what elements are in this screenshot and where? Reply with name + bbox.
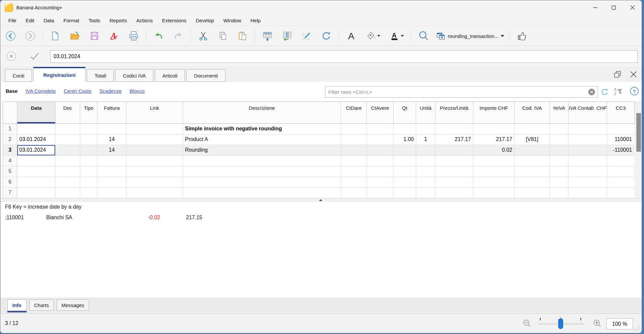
cell-iva_contab_chf[interactable] [568,177,607,188]
cell-doc[interactable] [56,156,80,166]
cell-perc_iva[interactable] [550,145,568,156]
cell-tipo[interactable] [80,188,97,198]
insert-columns-button[interactable] [280,29,294,43]
cell-ctavere[interactable] [367,124,394,134]
zoom-in-button[interactable] [593,319,602,330]
cell-prezzo_unita[interactable] [435,188,473,198]
menu-help[interactable]: Help [246,15,265,26]
refresh-filter-button[interactable] [600,87,609,98]
cell-iva_contab_chf[interactable] [568,145,607,156]
menu-format[interactable]: Format [59,15,84,26]
cell-cc3[interactable]: -110001 [607,145,634,156]
cell-iva_contab_chf[interactable] [568,166,607,177]
cell-cc3[interactable] [607,177,634,188]
cell-unita[interactable] [416,166,435,177]
cell-descrizione[interactable] [183,166,341,177]
cell-cod_iva[interactable] [515,188,550,198]
cell-cod_iva[interactable]: [V81] [515,134,550,145]
cell-prezzo_unita[interactable]: 217.17 [435,134,473,145]
menu-tools[interactable]: Tools [84,15,105,26]
insert-rows-button[interactable] [260,29,275,43]
column-header-ctavere[interactable]: CtAvere [367,102,394,123]
column-header-doc[interactable]: Doc [56,102,80,123]
cell-doc[interactable] [56,177,80,188]
cell-perc_iva[interactable] [550,166,568,177]
row-number[interactable]: 3 [3,145,17,156]
filter-rows-input[interactable] [325,86,585,97]
menu-edit[interactable]: Edit [21,15,39,26]
document-selector[interactable]: rounding_transaction... [436,29,504,43]
cell-qt[interactable] [394,124,416,134]
cell-qt[interactable] [394,166,416,177]
cell-importo_chf[interactable] [473,156,515,166]
cell-iva_contab_chf[interactable] [568,134,607,145]
cell-fattura[interactable] [97,166,126,177]
cell-fattura[interactable] [97,177,126,188]
column-header-data[interactable]: Data [17,102,56,123]
cell-doc[interactable] [56,124,80,134]
cell-unita[interactable] [416,124,435,134]
cell-importo_chf[interactable]: 217.17 [473,134,515,145]
new-file-button[interactable] [48,29,63,43]
cell-iva_contab_chf[interactable] [568,124,607,134]
cell-doc[interactable] [56,134,80,145]
cell-fattura[interactable]: 14 [97,145,126,156]
redo-button[interactable] [171,29,186,43]
cell-iva_contab_chf[interactable] [568,188,607,198]
panel-splitter[interactable] [1,198,642,202]
zoom-slider-thumb[interactable] [558,319,563,329]
cell-ctavere[interactable] [367,156,394,166]
cell-data[interactable] [17,188,56,198]
recalculate-button[interactable] [319,29,334,43]
row-number[interactable]: 4 [3,156,17,166]
row-number[interactable]: 1 [3,124,17,134]
vertical-scrollbar[interactable] [635,101,642,198]
cell-prezzo_unita[interactable] [435,145,473,156]
view-scadenze[interactable]: Scadenze [99,88,122,94]
cell-tipo[interactable] [80,124,97,134]
clear-sort-button[interactable]: AZ [613,87,623,98]
maximize-button[interactable] [604,0,623,15]
column-header-ctdare[interactable]: CtDare [341,102,367,123]
cell-cod_iva[interactable] [515,156,550,166]
tab-registrazioni[interactable]: Registrazioni [33,67,85,82]
cell-importo_chf[interactable] [473,124,515,134]
cell-qt[interactable] [394,188,416,198]
cancel-edit-button[interactable] [6,51,16,63]
tab-codici-iva[interactable]: Codici IVA [115,69,153,82]
minimize-button[interactable] [586,0,604,15]
cell-iva_contab_chf[interactable] [568,156,607,166]
cell-unita[interactable] [416,145,435,156]
cell-link[interactable] [126,166,183,177]
cell-tipo[interactable] [80,166,97,177]
cell-data[interactable] [17,166,56,177]
help-button[interactable]: ? [630,86,639,97]
cell-doc[interactable] [56,166,80,177]
back-button[interactable] [3,29,18,43]
save-button[interactable] [87,29,102,43]
cell-ctdare[interactable] [341,166,367,177]
cell-descrizione[interactable] [183,188,341,198]
cell-tipo[interactable] [80,156,97,166]
cell-ctavere[interactable] [367,188,394,198]
menu-actions[interactable]: Actions [132,15,157,26]
cell-cod_iva[interactable] [515,166,550,177]
search-button[interactable] [416,29,431,43]
cell-importo_chf[interactable] [473,166,515,177]
cell-perc_iva[interactable] [550,188,568,198]
cell-link[interactable] [126,145,183,156]
cell-importo_chf[interactable] [473,188,515,198]
cell-descrizione[interactable]: Product A [183,134,341,145]
cell-importo_chf[interactable] [473,177,515,188]
bottom-tab-charts[interactable]: Charts [29,299,54,311]
cell-prezzo_unita[interactable] [435,156,473,166]
column-header-descrizione[interactable]: Descrizione [183,102,341,123]
cell-link[interactable] [126,156,183,166]
menu-window[interactable]: Window [219,15,245,26]
cell-cc3[interactable] [607,124,634,134]
cell-prezzo_unita[interactable] [435,124,473,134]
cell-unita[interactable] [416,177,435,188]
cell-cc3[interactable] [607,156,634,166]
view-centri-costo[interactable]: Centri Costo [64,88,91,94]
font-color-button[interactable]: A [387,29,406,43]
